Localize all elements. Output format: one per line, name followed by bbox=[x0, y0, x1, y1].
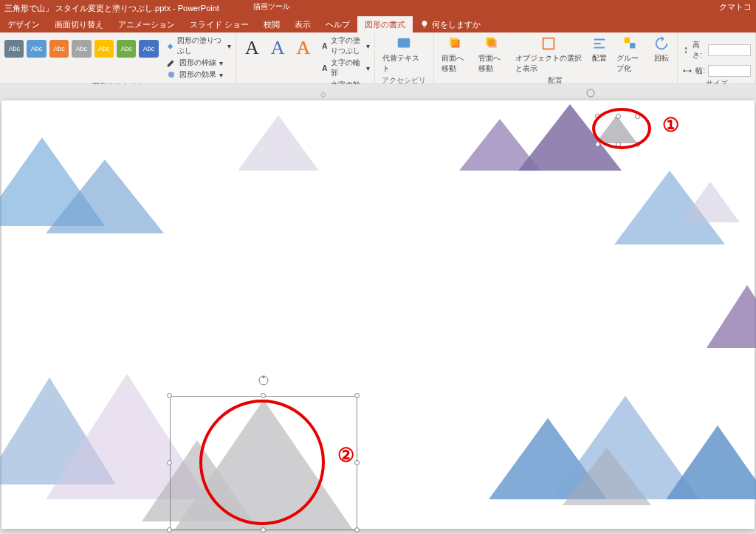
svg-rect-5 bbox=[488, 40, 496, 48]
send-backward-icon bbox=[484, 35, 501, 52]
send-backward-button[interactable]: 背面へ移動 bbox=[475, 35, 509, 74]
wordart-preset[interactable]: A bbox=[241, 35, 264, 61]
svg-rect-7 bbox=[625, 38, 630, 43]
tell-me-label: 何をしますか bbox=[432, 19, 481, 30]
group-size: 高さ: 幅: サイズ bbox=[678, 32, 756, 83]
svg-point-0 bbox=[168, 72, 174, 78]
resize-handle[interactable] bbox=[167, 460, 172, 465]
annotation-circle bbox=[592, 108, 651, 149]
pen-icon bbox=[166, 58, 176, 68]
shape-style-preset[interactable]: Abc bbox=[139, 40, 158, 58]
paint-bucket-icon bbox=[166, 41, 174, 51]
resize-handle[interactable] bbox=[354, 393, 360, 398]
contextual-tools-label: 描画ツール bbox=[246, 0, 298, 13]
height-label: 高さ: bbox=[693, 40, 705, 61]
width-label: 幅: bbox=[695, 66, 705, 76]
shape-style-preset[interactable]: Abc bbox=[117, 40, 136, 58]
annotation-number: ② bbox=[337, 444, 354, 467]
rotate-icon bbox=[653, 35, 670, 52]
triangle-shape[interactable] bbox=[707, 285, 756, 348]
height-input[interactable] bbox=[708, 44, 751, 56]
user-name: クマトコ bbox=[719, 1, 752, 13]
tab-design[interactable]: デザイン bbox=[0, 16, 47, 32]
alt-text-icon bbox=[396, 35, 412, 52]
triangle-shape[interactable] bbox=[563, 448, 651, 505]
resize-handle[interactable] bbox=[354, 527, 360, 533]
rotate-handle-icon[interactable] bbox=[257, 374, 270, 387]
tab-transitions[interactable]: 画面切り替え bbox=[47, 16, 111, 32]
tab-animations[interactable]: アニメーション bbox=[111, 16, 182, 32]
svg-rect-6 bbox=[543, 38, 554, 49]
effects-icon bbox=[166, 69, 176, 80]
rotate-handle-icon bbox=[585, 87, 597, 99]
annotation-circle bbox=[199, 400, 325, 525]
shape-style-preset[interactable]: Abc bbox=[72, 40, 91, 58]
shape-style-preset[interactable]: Abc bbox=[4, 40, 24, 58]
group-icon bbox=[622, 35, 639, 52]
resize-handle[interactable] bbox=[261, 393, 266, 398]
tab-view[interactable]: 表示 bbox=[287, 16, 318, 32]
resize-handle[interactable] bbox=[261, 527, 266, 533]
shape-style-preset[interactable]: Abc bbox=[94, 40, 114, 58]
svg-rect-1 bbox=[398, 38, 410, 48]
shape-outline-button[interactable]: 図形の枠線 ▾ bbox=[166, 58, 231, 68]
text-outline-button[interactable]: A文字の輪郭 ▾ bbox=[322, 58, 370, 78]
wordart-preset[interactable]: A bbox=[267, 35, 289, 61]
triangle-shape[interactable] bbox=[238, 115, 319, 171]
triangle-shape[interactable] bbox=[666, 425, 756, 499]
resize-handle[interactable] bbox=[354, 460, 360, 465]
height-icon bbox=[682, 45, 690, 55]
shape-effects-button[interactable]: 図形の効果 ▾ bbox=[166, 69, 231, 80]
bring-forward-button[interactable]: 前面へ移動 bbox=[439, 35, 472, 74]
file-title: 三角形で山」 スタイル変更と塗りつぶし.pptx - PowerPoint bbox=[0, 3, 756, 14]
wordart-preset[interactable]: A bbox=[292, 35, 315, 61]
shape-style-preset[interactable]: Abc bbox=[27, 40, 46, 58]
resize-handle[interactable] bbox=[167, 393, 172, 398]
slide-canvas-area: ◇ bbox=[0, 84, 756, 534]
group-shape-styles: Abc Abc Abc Abc Abc Abc Abc 図形の塗りつぶし ▾ 図… bbox=[0, 32, 236, 83]
group-wordart-styles: A A A A文字の塗りつぶし ▾ A文字の輪郭 ▾ A文字の効果 ▾ ワードア… bbox=[236, 32, 375, 83]
tell-me-search[interactable]: 何をしますか bbox=[413, 19, 481, 30]
group-button[interactable]: グループ化 bbox=[614, 35, 647, 74]
selection-pane-icon bbox=[540, 35, 557, 52]
alt-text-button[interactable]: 代替テキスト bbox=[379, 35, 429, 74]
slide[interactable]: ◇ bbox=[1, 100, 755, 529]
shape-style-preset[interactable]: Abc bbox=[49, 40, 69, 58]
svg-rect-8 bbox=[630, 43, 635, 48]
rotate-button[interactable]: 回転 bbox=[650, 35, 673, 64]
bring-forward-icon bbox=[447, 35, 464, 52]
title-bar: 三角形で山」 スタイル変更と塗りつぶし.pptx - PowerPoint 描画… bbox=[0, 0, 756, 16]
resize-handle[interactable] bbox=[167, 527, 172, 533]
tab-help[interactable]: ヘルプ bbox=[318, 16, 357, 32]
tab-review[interactable]: 校閲 bbox=[256, 16, 287, 32]
triangle-shape[interactable] bbox=[46, 160, 164, 233]
triangle-shape[interactable] bbox=[681, 182, 740, 222]
ruler-handle-icon: ◇ bbox=[320, 90, 326, 98]
align-button[interactable]: 配置 bbox=[588, 35, 611, 64]
tab-slideshow[interactable]: スライド ショー bbox=[182, 16, 256, 32]
group-accessibility: 代替テキスト アクセシビリティ bbox=[375, 32, 434, 83]
annotation-number: ① bbox=[662, 114, 679, 137]
tab-shape-format[interactable]: 図形の書式 bbox=[357, 16, 413, 32]
align-icon bbox=[591, 35, 608, 52]
width-input[interactable] bbox=[708, 65, 751, 77]
lightbulb-icon bbox=[420, 20, 429, 29]
ribbon-tabs: デザイン 画面切り替え アニメーション スライド ショー 校閲 表示 ヘルプ 図… bbox=[0, 16, 756, 32]
width-icon bbox=[682, 66, 693, 76]
text-fill-button[interactable]: A文字の塗りつぶし ▾ bbox=[322, 35, 370, 56]
shape-fill-button[interactable]: 図形の塗りつぶし ▾ bbox=[166, 35, 231, 56]
svg-point-9 bbox=[587, 89, 594, 97]
svg-rect-3 bbox=[449, 38, 457, 46]
ribbon: Abc Abc Abc Abc Abc Abc Abc 図形の塗りつぶし ▾ 図… bbox=[0, 32, 756, 84]
group-arrange: 前面へ移動 背面へ移動 オブジェクトの選択と表示 配置 グループ化 回転 bbox=[434, 32, 678, 83]
selection-pane-button[interactable]: オブジェクトの選択と表示 bbox=[512, 35, 585, 74]
